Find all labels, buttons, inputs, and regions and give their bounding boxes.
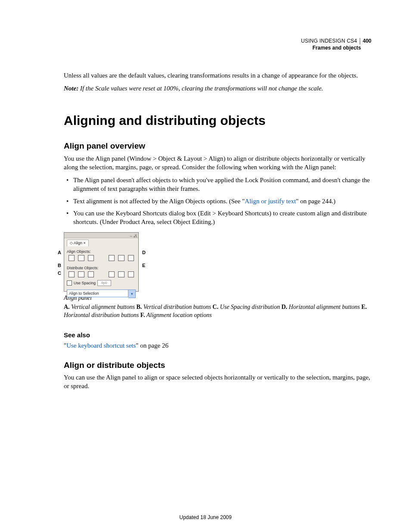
page-footer: Updated 18 June 2009 [0,514,411,521]
note-body: If the Scale values were reset at 100%, … [78,85,323,92]
legend-key: C. [212,304,218,310]
use-spacing-row: Use Spacing 0p0 [64,279,138,287]
chevron-down-icon: ▾ [128,289,136,298]
figure-legend: A. Vertical alignment buttons B. Vertica… [64,303,371,320]
align-top-icon [109,255,115,261]
header-product: USING INDESIGN CS4 [301,38,360,44]
minimize-icon: – [130,233,132,239]
note-label: Note: [64,85,78,92]
legend-text: Horizontal alignment buttons [287,304,361,310]
callout-a: A [58,249,61,256]
align-right-icon [88,255,94,261]
section-heading-overview: Align panel overview [64,140,371,152]
legend-text: Horizontal distribution buttons [64,312,140,318]
align-panel-figure: A B C D E F – × ▾≡ ◇ Align × Align Objec… [64,232,154,292]
align-left-icon [68,255,75,261]
overview-bullets: The Align panel doesn't affect objects t… [64,176,371,226]
running-header: USING INDESIGN CS4 400 Frames and object… [64,38,371,51]
page-title: Aligning and distributing objects [64,112,371,130]
distribute-paragraph: You can use the Align panel to align or … [64,373,371,391]
align-vcenter-icon [118,255,124,261]
align-hcenter-icon [78,255,84,261]
bullet-item: The Align panel doesn't affect objects t… [64,176,371,193]
legend-text: Vertical distribution buttons [142,304,212,310]
intro-paragraph: Unless all values are the default values… [64,71,371,80]
dist-bottom-icon [88,271,94,277]
callout-b: B [58,262,61,269]
callout-c: C [58,270,61,277]
legend-text: Alignment location options [145,312,212,318]
overview-paragraph: You use the Align panel (Window > Object… [64,154,371,172]
bullet-text-pre: Text alignment is not affected by the Al… [73,198,245,205]
link-keyboard-shortcut-sets[interactable]: Use keyboard shortcut sets [66,342,136,349]
callout-e: E [142,262,145,269]
distribute-objects-label: Distribute Objects: [67,265,138,271]
dist-right-icon [128,271,134,277]
see-also-heading: See also [64,331,371,339]
align-bottom-icon [128,255,134,261]
link-align-justify-text[interactable]: Align or justify text [245,198,296,205]
legend-key: E. [361,304,367,310]
note-paragraph: Note: If the Scale values were reset at … [64,84,371,93]
distribute-icon-row [64,271,138,279]
dist-vcenter-icon [78,271,84,277]
align-to-value: Align to Selection [67,289,128,297]
spacing-value-field: 0p0 [97,280,111,286]
panel-menu-icon: ▾≡ [134,236,137,238]
legend-key: A. [64,304,70,310]
dist-hcenter-icon [118,271,124,277]
header-page-number: 400 [360,38,371,44]
legend-text: Use Spacing distribution [218,304,281,310]
legend-key: F. [140,312,145,318]
use-spacing-label: Use Spacing [74,280,96,286]
dist-left-icon [109,271,115,277]
align-panel-screenshot: – × ▾≡ ◇ Align × Align Objects: Distribu… [64,232,139,292]
legend-key: D. [281,304,287,310]
bullet-item: Text alignment is not affected by the Al… [64,197,371,205]
align-to-dropdown: Align to Selection ▾ [67,289,136,298]
see-also-item: "Use keyboard shortcut sets" on page 26 [64,341,371,350]
use-spacing-checkbox [67,280,72,286]
panel-tab: ◇ Align × [67,240,89,246]
bullet-text-post: " on page 244.) [296,198,336,205]
callout-d: D [142,249,146,256]
align-icon-row [64,255,138,263]
section-heading-distribute: Align or distribute objects [64,360,371,371]
legend-text: Vertical alignment buttons [70,304,137,310]
panel-titlebar: – × ▾≡ [64,233,138,238]
dist-top-icon [68,271,75,277]
bullet-item: You can use the Keyboard Shortcuts dialo… [64,209,371,227]
header-section: Frames and objects [301,45,371,51]
see-also-suffix: " on page 26 [136,342,168,349]
legend-key: B. [136,304,142,310]
align-objects-label: Align Objects: [67,249,138,254]
